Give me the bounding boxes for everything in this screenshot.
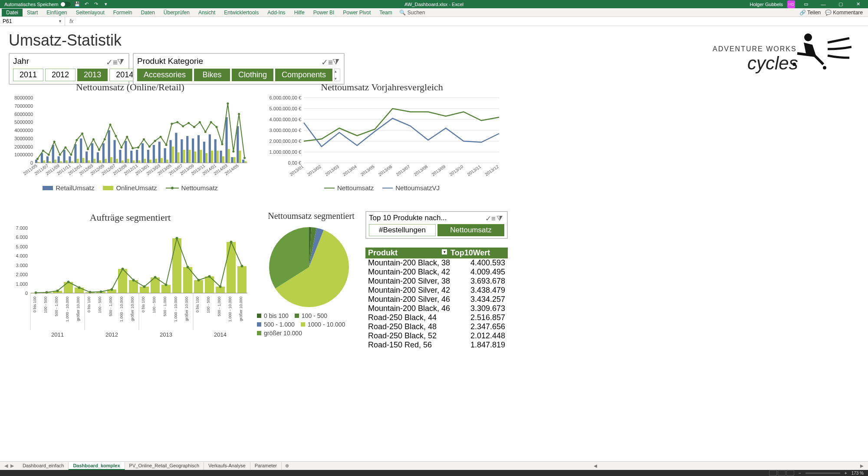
view-normal-icon[interactable] bbox=[769, 470, 777, 476]
avatar[interactable]: HG bbox=[787, 0, 795, 8]
share-button[interactable]: 🔗 Teilen bbox=[799, 10, 821, 16]
svg-rect-57 bbox=[155, 159, 157, 163]
slicer-top10-bestellungen[interactable]: #Bestellungen bbox=[369, 224, 436, 236]
nav-prev-icon[interactable]: ◀ bbox=[4, 463, 8, 469]
slicer-scrollbar[interactable]: ▴▾ bbox=[334, 69, 340, 81]
slicer-kat-components[interactable]: Components bbox=[275, 69, 332, 81]
svg-text:2014: 2014 bbox=[214, 331, 227, 338]
titlebar: Automatisches Speichern 💾 ↶ ↷ ▾ AW_Dashb… bbox=[0, 0, 868, 8]
td-produkt: Mountain-200 Silver, 46 bbox=[365, 295, 468, 304]
slicer-jahr-2011[interactable]: 2011 bbox=[13, 69, 43, 81]
th-produkt[interactable]: Produkt▾ bbox=[365, 248, 448, 258]
multiselect-icon[interactable]: ✓≡ bbox=[321, 57, 329, 65]
svg-rect-21 bbox=[54, 160, 56, 163]
slicer-jahr-2012[interactable]: 2012 bbox=[45, 69, 76, 81]
clear-filter-icon[interactable]: ⧩ bbox=[496, 214, 504, 222]
ribbon-tab-seitenlayout[interactable]: Seitenlayout bbox=[72, 9, 109, 17]
maximize-icon[interactable]: ▢ bbox=[834, 0, 847, 8]
chart2-plot: 0,00 €1.000.000,00 €2.000.000,00 €3.000.… bbox=[260, 96, 503, 182]
sheet-tab-Verkaufs-Analyse[interactable]: Verkaufs-Analyse bbox=[204, 462, 250, 470]
slicer-top10-nettoumsatz[interactable]: Nettoumsatz bbox=[437, 224, 504, 236]
td-wert: 2.516.857 bbox=[468, 313, 508, 322]
svg-text:1.000 - 10.000: 1.000 - 10.000 bbox=[65, 297, 69, 322]
svg-text:0 bis 100: 0 bis 100 bbox=[195, 297, 200, 313]
filter-dropdown-icon[interactable]: ▾ bbox=[442, 249, 447, 255]
svg-rect-69 bbox=[188, 150, 191, 163]
svg-rect-64 bbox=[175, 133, 177, 163]
svg-text:1.000 - 10.000: 1.000 - 10.000 bbox=[174, 297, 178, 322]
view-page-break-icon[interactable] bbox=[786, 470, 794, 476]
svg-rect-78 bbox=[214, 139, 217, 163]
ribbon-tab-start[interactable]: Start bbox=[23, 9, 42, 17]
username[interactable]: Holger Gubbels bbox=[750, 2, 783, 7]
slicer-kat-accessories[interactable]: Accessories bbox=[137, 69, 192, 81]
ribbon-tab-entwicklertools[interactable]: Entwicklertools bbox=[220, 9, 263, 17]
td-wert: 2.012.448 bbox=[468, 331, 508, 340]
ribbon-tab-ansicht[interactable]: Ansicht bbox=[194, 9, 220, 17]
td-wert: 1.847.819 bbox=[468, 340, 508, 350]
zoom-in-icon[interactable]: + bbox=[845, 471, 847, 476]
svg-text:2013/05: 2013/05 bbox=[360, 164, 375, 177]
hscroll-left-icon[interactable]: ◀ bbox=[594, 463, 597, 468]
slicer-kategorie: Produkt Kategorie ✓≡ ⧩ Accessories Bikes… bbox=[133, 53, 345, 85]
ribbon-tab-datei[interactable]: Datei bbox=[2, 9, 23, 17]
nav-next-icon[interactable]: ▶ bbox=[10, 463, 14, 469]
ribbon-tab-einfuegen[interactable]: Einfügen bbox=[42, 9, 71, 17]
ribbon-tab-formeln[interactable]: Formeln bbox=[109, 9, 137, 17]
svg-text:500 - 1.000: 500 - 1.000 bbox=[217, 297, 221, 317]
sheet-tab-Dashboard_einfach[interactable]: Dashboard_einfach bbox=[18, 462, 69, 470]
undo-icon[interactable]: ↶ bbox=[84, 1, 90, 7]
clear-filter-icon[interactable]: ⧩ bbox=[117, 57, 125, 65]
add-sheet-button[interactable]: ⊕ bbox=[282, 463, 293, 469]
hscroll-right-icon[interactable]: ▶ bbox=[860, 463, 864, 468]
ribbon-tab-powerbi[interactable]: Power BI bbox=[309, 9, 339, 17]
svg-rect-56 bbox=[153, 145, 155, 163]
svg-rect-46 bbox=[125, 141, 127, 163]
autosave-toggle[interactable]: Automatisches Speichern bbox=[4, 2, 71, 7]
zoom-slider[interactable] bbox=[806, 473, 840, 474]
multiselect-icon[interactable]: ✓≡ bbox=[485, 214, 493, 222]
ribbon-tab-ueberpruefen[interactable]: Überprüfen bbox=[159, 9, 194, 17]
svg-text:2000000: 2000000 bbox=[14, 144, 33, 149]
ribbon-tab-hilfe[interactable]: Hilfe bbox=[290, 9, 309, 17]
chart-vorjahresvergleich[interactable]: Nettoumsatz Vorjahresvergleich 0,00 €1.0… bbox=[260, 82, 503, 208]
svg-text:1.000 - 10.000: 1.000 - 10.000 bbox=[119, 297, 124, 322]
ribbon-tab-daten[interactable]: Daten bbox=[137, 9, 159, 17]
svg-rect-84 bbox=[231, 157, 233, 163]
svg-rect-86 bbox=[237, 126, 239, 163]
zoom-level[interactable]: 173 % bbox=[852, 471, 864, 476]
sheet-nav[interactable]: ◀▶ bbox=[0, 463, 18, 469]
qat-dropdown-icon[interactable]: ▾ bbox=[103, 1, 109, 7]
ribbon-tab-addins[interactable]: Add-Ins bbox=[263, 9, 289, 17]
redo-icon[interactable]: ↷ bbox=[93, 1, 99, 7]
minimize-icon[interactable]: — bbox=[817, 0, 830, 8]
svg-text:2013/09: 2013/09 bbox=[431, 164, 446, 177]
sheet-tab-PV_Online_Retail_Geographisch[interactable]: PV_Online_Retail_Geographisch bbox=[125, 462, 204, 470]
sheet-tab-Dashboard_komplex[interactable]: Dashboard_komplex bbox=[69, 462, 125, 470]
tell-me-search[interactable]: 🔍 Suchen bbox=[399, 10, 425, 16]
view-page-layout-icon[interactable] bbox=[778, 470, 786, 476]
svg-text:100 - 500: 100 - 500 bbox=[98, 297, 102, 313]
svg-rect-25 bbox=[66, 160, 68, 163]
slicer-kat-bikes[interactable]: Bikes bbox=[194, 69, 230, 81]
close-icon[interactable]: ✕ bbox=[852, 0, 865, 8]
ribbon-display-icon[interactable]: ▭ bbox=[799, 0, 812, 8]
chart-nettoumsatz-online-retail[interactable]: Nettoumsatz (Online/Retail) 010000002000… bbox=[9, 82, 252, 208]
chart-nettoumsatz-segmentiert[interactable]: Nettoumsatz segmentiert 0 bis 100 100 - … bbox=[257, 211, 365, 337]
save-icon[interactable]: 💾 bbox=[74, 1, 80, 7]
clear-filter-icon[interactable]: ⧩ bbox=[332, 57, 340, 65]
th-wert[interactable]: Top10Wert bbox=[448, 248, 508, 258]
slicer-jahr-2013[interactable]: 2013 bbox=[77, 69, 108, 81]
ribbon-tab-powerpivot[interactable]: Power Pivot bbox=[339, 9, 375, 17]
ribbon-tab-team[interactable]: Team bbox=[375, 9, 396, 17]
multiselect-icon[interactable]: ✓≡ bbox=[106, 57, 114, 65]
name-box[interactable]: P61 ▼ bbox=[0, 17, 65, 26]
fx-icon[interactable]: fx bbox=[65, 18, 78, 24]
sheet-tab-Parameter[interactable]: Parameter bbox=[250, 462, 282, 470]
th-produkt-label: Produkt bbox=[368, 248, 398, 257]
chevron-down-icon: ▼ bbox=[58, 19, 62, 23]
zoom-out-icon[interactable]: − bbox=[799, 471, 801, 476]
comments-button[interactable]: 💬 Kommentare bbox=[825, 10, 863, 16]
chart-auftraege-segmentiert[interactable]: Aufträge segmentiert 01.0002.0003.0004.0… bbox=[9, 212, 252, 347]
slicer-kat-clothing[interactable]: Clothing bbox=[232, 69, 273, 81]
